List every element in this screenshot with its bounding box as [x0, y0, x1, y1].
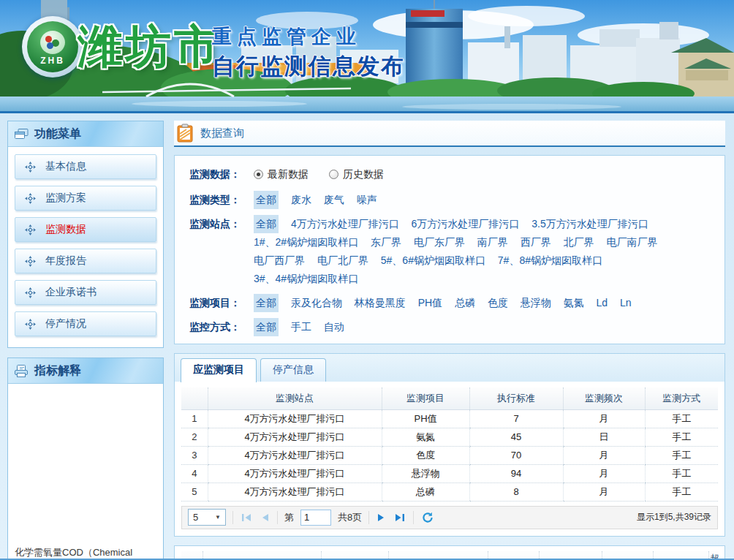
sidebar-item-monitor-data[interactable]: 监测数据 — [15, 217, 156, 242]
sidebar-item-commitment[interactable]: 企业承诺书 — [15, 280, 156, 305]
compass-icon — [25, 224, 36, 235]
filter-station-option[interactable]: 西厂界 — [521, 233, 551, 251]
filter-item-option[interactable]: Ld — [597, 294, 608, 312]
filter-type-exhaust-gas[interactable]: 废气 — [324, 191, 344, 209]
banner-subtitle-line1: 重点监管企业 — [212, 23, 405, 50]
table-header-row: 监测站点 监测项目 执行标准 监测频次 监测方式 — [181, 387, 718, 409]
filter-item-option[interactable]: 悬浮物 — [521, 294, 551, 312]
function-menu-title: 功能菜单 — [34, 126, 81, 142]
filter-label-station: 监测站点： — [189, 215, 254, 233]
next-page-button[interactable] — [376, 513, 387, 522]
filter-options-method: 全部 手工 自动 — [254, 318, 717, 336]
filter-row-type: 监测类型： 全部 废水 废气 噪声 — [189, 191, 717, 209]
filter-station-option[interactable]: 1#、2#锅炉烟囱取样口 — [254, 233, 358, 251]
cell-station: 4万方污水处理厂排污口 — [208, 464, 382, 483]
logo-globe-icon — [40, 31, 65, 54]
sidebar-item-basic-info[interactable]: 基本信息 — [15, 154, 156, 179]
filter-item-option[interactable]: Ln — [620, 294, 632, 312]
cell-method: 手工 — [645, 409, 718, 428]
filter-station-option[interactable]: 电厂西厂界 — [254, 251, 305, 270]
indicator-explain-header: 指标解释 — [8, 358, 163, 384]
filter-method-manual[interactable]: 手工 — [291, 318, 311, 336]
divider — [368, 511, 369, 524]
filter-station-option[interactable]: 6万方污水处理厂排污口 — [412, 215, 520, 233]
filter-station-option[interactable]: 南厂界 — [477, 233, 508, 251]
filter-type-wastewater[interactable]: 废水 — [291, 191, 311, 209]
radio-latest-data[interactable]: 最新数据 — [254, 165, 309, 183]
tab-content: 监测站点 监测项目 执行标准 监测频次 监测方式 1 4万方污水处理厂排污口 — [175, 382, 724, 536]
cell-standard: 70 — [469, 446, 563, 464]
radio-unchecked-icon[interactable] — [329, 170, 338, 179]
page-number-input[interactable] — [300, 510, 331, 526]
col-index — [181, 551, 203, 560]
compass-icon — [25, 319, 36, 330]
filter-label-data: 监测数据： — [189, 165, 254, 183]
filter-options-station: 全部 4万方污水处理厂排污口 6万方污水处理厂排污口 3.5万方污水处理厂排污口… — [254, 215, 717, 288]
cell-frequency: 月 — [563, 483, 645, 501]
indicator-explain-marquee: 化学需氧量COD（Chemical — [15, 546, 132, 559]
refresh-button[interactable] — [420, 512, 435, 523]
function-menu-header: 功能菜单 — [8, 121, 163, 147]
filter-station-option[interactable]: 电厂东厂界 — [414, 233, 465, 251]
tab-required-monitor-items[interactable]: 应监测项目 — [181, 358, 257, 382]
radio-label: 历史数据 — [343, 165, 384, 183]
banner-subtitle: 重点监管企业 自行监测信息发布 — [212, 23, 405, 82]
filter-station-option[interactable]: 电厂北厂界 — [317, 251, 368, 270]
filter-item-option[interactable]: 色度 — [488, 294, 508, 312]
site-logo: ZHB — [22, 16, 83, 77]
filter-item-option[interactable]: 氨氮 — [564, 294, 584, 312]
filter-station-option[interactable]: 电厂南厂界 — [607, 233, 658, 251]
page-title: 数据查询 — [200, 126, 244, 140]
query-panel: 监测数据： 最新数据 历史数据 监测类型： 全部 废水 废气 噪声 — [174, 155, 725, 344]
filter-type-all[interactable]: 全部 — [254, 191, 279, 209]
filter-label-item: 监测项目： — [189, 294, 254, 312]
filter-options-data: 最新数据 历史数据 — [254, 165, 717, 185]
filter-station-option[interactable]: 5#、6#锅炉烟囱取样口 — [381, 251, 485, 270]
filter-item-option[interactable]: 全部 — [254, 294, 279, 312]
filter-item-option[interactable]: 总磷 — [455, 294, 475, 312]
indicator-explain-body: 化学需氧量COD（Chemical — [8, 384, 163, 560]
tab-shutdown-info[interactable]: 停产信息 — [260, 358, 326, 382]
filter-row-data: 监测数据： 最新数据 历史数据 — [189, 165, 717, 185]
page-header: 数据查询 — [174, 121, 725, 147]
filter-station-option[interactable]: 3#、4#锅炉烟囱取样口 — [254, 270, 358, 288]
table-row: 5 4万方污水处理厂排污口 总磷 8 月 手工 — [181, 483, 718, 501]
filter-method-auto[interactable]: 自动 — [324, 318, 344, 336]
printer-icon — [15, 365, 29, 377]
sidebar-item-shutdown-status[interactable]: 停产情况 — [15, 311, 156, 336]
banner: ZHB 潍坊市 重点监管企业 自行监测信息发布 — [0, 0, 734, 113]
total-pages-label: 共8页 — [338, 511, 362, 524]
first-page-button[interactable] — [240, 513, 253, 522]
sidebar-item-label: 监测数据 — [45, 223, 86, 236]
last-page-button[interactable] — [393, 513, 406, 522]
filter-method-all[interactable]: 全部 — [254, 318, 279, 336]
cell-item: PH值 — [382, 409, 469, 428]
filter-station-option[interactable]: 全部 — [254, 215, 279, 233]
cell-method: 手工 — [645, 428, 718, 446]
col-frequency: 监测频次 — [563, 387, 645, 409]
filter-station-option[interactable]: 东厂界 — [371, 233, 401, 251]
page-size-select[interactable]: 5 ▼ — [188, 509, 226, 526]
col-method: 监测方式 — [645, 387, 718, 409]
filter-station-option[interactable]: 7#、8#锅炉烟囱取样口 — [498, 251, 602, 270]
sidebar-item-monitor-plan[interactable]: 监测方案 — [15, 186, 156, 211]
filter-item-option[interactable]: PH值 — [418, 294, 442, 312]
cell-index: 3 — [181, 446, 208, 464]
col-type: 监测类型 — [488, 551, 540, 560]
radio-history-data[interactable]: 历史数据 — [329, 165, 384, 183]
table-row: 4 4万方污水处理厂排污口 悬浮物 94 月 手工 — [181, 464, 718, 483]
filter-item-option[interactable]: 林格曼黑度 — [355, 294, 406, 312]
cell-index: 4 — [181, 464, 208, 483]
col-standard: 执行标准 — [654, 551, 709, 560]
filter-station-option[interactable]: 4万方污水处理厂排污口 — [291, 215, 399, 233]
clipboard-icon — [177, 124, 193, 143]
filter-type-noise[interactable]: 噪声 — [357, 191, 377, 209]
radio-checked-icon[interactable] — [254, 170, 263, 179]
filter-item-option[interactable]: 汞及化合物 — [291, 294, 342, 312]
compass-icon — [25, 193, 36, 204]
chevron-down-icon: ▼ — [215, 514, 221, 521]
prev-page-button[interactable] — [260, 513, 270, 522]
filter-station-option[interactable]: 北厂界 — [564, 233, 594, 251]
filter-station-option[interactable]: 3.5万方污水处理厂排污口 — [531, 215, 648, 233]
sidebar-item-annual-report[interactable]: 年度报告 — [15, 249, 156, 273]
